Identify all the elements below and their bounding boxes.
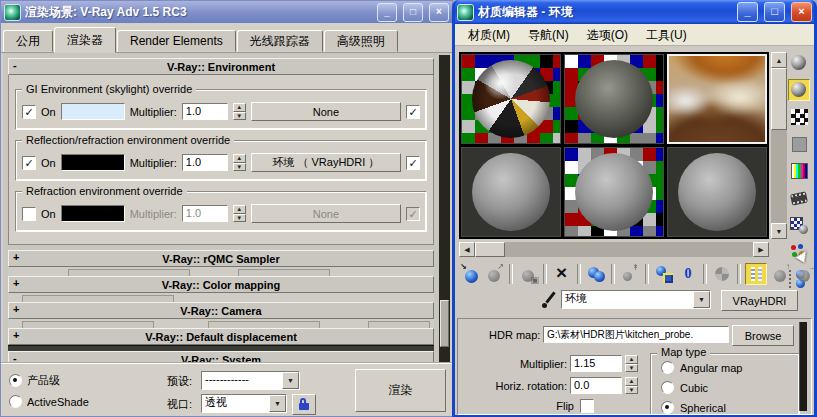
render-button[interactable]: 渲染 (355, 369, 446, 412)
go-forward-to-sibling-button[interactable] (793, 263, 814, 285)
refraction-map-slot-button[interactable]: None (251, 204, 401, 223)
go-forward-to-sibling-icon (795, 265, 813, 283)
horiz-rotation-spinner[interactable]: ▲▼ (625, 377, 638, 394)
slots-horizontal-scrollbar[interactable]: ◀ ▶ (459, 242, 769, 257)
material-type-button[interactable]: VRayHDRI (721, 290, 798, 311)
gi-map-slot-button[interactable]: None (251, 102, 401, 121)
material-id-channel-icon: 0 (679, 265, 697, 283)
menu-navigation[interactable]: 导航(N) (519, 26, 578, 44)
rollout-rqmc-header[interactable]: + V-Ray:: rQMC Sampler (8, 250, 434, 267)
preset-dropdown[interactable]: ------------ ▼ (201, 371, 300, 390)
scrollbar-thumb[interactable] (771, 68, 787, 130)
refraction-multiplier-field[interactable] (182, 205, 228, 222)
sample-slot-5[interactable] (564, 147, 664, 237)
sample-slot-3[interactable] (667, 54, 767, 144)
rollout-displacement-header[interactable]: + V-Ray:: Default displacement (8, 328, 434, 345)
show-end-result-button[interactable] (745, 263, 767, 285)
reflection-color-swatch[interactable] (61, 154, 125, 171)
tab-raytracer[interactable]: 光线跟踪器 (237, 30, 323, 52)
material-id-channel-button[interactable]: 0 (677, 263, 699, 285)
reflection-environment-group: Reflection/refraction environment overri… (15, 140, 427, 181)
go-to-parent-button[interactable] (769, 263, 791, 285)
tab-advanced-lighting[interactable]: 高级照明 (324, 30, 398, 52)
background-button[interactable] (788, 106, 810, 128)
viewport-dropdown[interactable]: 透视 ▼ (201, 394, 287, 413)
put-to-library-button[interactable] (653, 263, 675, 285)
viewport-lock-button[interactable] (292, 394, 316, 415)
put-material-to-scene-button[interactable] (483, 263, 505, 285)
minimize-icon[interactable]: _ (737, 2, 758, 22)
tab-render-elements[interactable]: Render Elements (117, 30, 236, 52)
backlight-button[interactable] (788, 79, 810, 101)
refraction-multiplier-spinner[interactable]: ▲▼ (233, 205, 246, 222)
show-map-in-viewport-button[interactable] (711, 263, 733, 285)
select-by-material-button[interactable] (788, 241, 810, 263)
gi-multiplier-field[interactable] (182, 103, 228, 120)
hdr-map-path-field[interactable] (543, 326, 729, 343)
make-preview-button[interactable] (788, 187, 810, 209)
minimize-icon[interactable]: _ (377, 3, 397, 22)
reflection-map-slot-button[interactable]: 环境 （ VRayHDRI ） (251, 153, 401, 172)
tab-common[interactable]: 公用 (3, 30, 53, 52)
assign-material-to-selection-button[interactable] (517, 263, 539, 285)
activeshade-radio[interactable]: ActiveShade (9, 395, 89, 408)
make-material-copy-button[interactable] (585, 263, 607, 285)
scroll-left-icon[interactable]: ◀ (459, 242, 475, 257)
scroll-up-icon[interactable]: ▲ (771, 52, 787, 68)
pick-material-eyedropper-icon[interactable] (541, 291, 559, 309)
material-editor-options-button[interactable] (788, 214, 810, 236)
video-color-check-button[interactable] (788, 160, 810, 182)
map-type-cubic[interactable]: Cubic (661, 381, 799, 394)
scroll-down-icon[interactable]: ▼ (771, 223, 787, 239)
close-icon[interactable]: × (791, 2, 812, 22)
gi-on-checkbox[interactable] (22, 105, 36, 119)
menu-material[interactable]: 材质(M) (459, 26, 519, 44)
rollout-camera-header[interactable]: + V-Ray:: Camera (8, 302, 434, 319)
reflection-on-checkbox[interactable] (22, 156, 36, 170)
map-type-angular-map[interactable]: Angular map (661, 361, 799, 374)
scrollbar-thumb[interactable] (440, 300, 449, 347)
refraction-color-swatch[interactable] (61, 205, 125, 222)
reset-map-mtl-button[interactable] (551, 263, 573, 285)
refraction-map-enable-checkbox[interactable] (406, 207, 420, 221)
material-name-dropdown[interactable]: 环境 ▼ (561, 290, 711, 309)
rollout-colormapping-header[interactable]: + V-Ray:: Color mapping (8, 276, 434, 293)
horiz-rotation-field[interactable] (570, 377, 622, 394)
sample-slot-2[interactable] (564, 54, 664, 144)
sample-slot-1[interactable] (461, 54, 561, 144)
slots-vertical-scrollbar[interactable]: ▲ ▼ (771, 52, 787, 239)
gi-map-enable-checkbox[interactable] (406, 105, 420, 119)
reflection-map-enable-checkbox[interactable] (406, 156, 420, 170)
map-type-spherical[interactable]: Spherical (661, 401, 799, 414)
multiplier-spinner[interactable]: ▲▼ (625, 355, 638, 372)
scrollbar-thumb[interactable] (475, 242, 505, 257)
tab-renderer[interactable]: 渲染器 (54, 27, 116, 53)
sample-uv-tiling-button[interactable] (788, 133, 810, 155)
render-dialog-titlebar[interactable]: 渲染场景: V-Ray Adv 1.5 RC3 _ □ × (1, 1, 452, 23)
make-unique-button[interactable] (619, 263, 641, 285)
get-material-button[interactable] (459, 263, 481, 285)
reflection-multiplier-field[interactable] (182, 154, 228, 171)
reflection-multiplier-spinner[interactable]: ▲▼ (233, 154, 246, 171)
flip-checkbox[interactable] (580, 399, 594, 413)
refraction-environment-group: Refraction environment override On Multi… (15, 191, 427, 232)
refraction-on-checkbox[interactable] (22, 207, 36, 221)
sample-slot-4[interactable] (461, 147, 561, 237)
browse-button[interactable]: Browse (732, 325, 794, 346)
multiplier-field[interactable] (570, 355, 622, 372)
production-radio[interactable]: 产品级 (9, 373, 60, 388)
scroll-right-icon[interactable]: ▶ (753, 242, 769, 257)
material-editor-titlebar[interactable]: 材质编辑器 - 环境 _ □ × (455, 0, 814, 24)
gi-multiplier-spinner[interactable]: ▲▼ (233, 103, 246, 120)
sample-type-button[interactable] (788, 52, 810, 74)
menu-tools[interactable]: 工具(U) (637, 26, 696, 44)
maximize-icon[interactable]: □ (764, 2, 785, 22)
params-scrollbar[interactable] (799, 322, 807, 411)
gi-color-swatch[interactable] (61, 103, 125, 120)
sample-slot-6[interactable] (667, 147, 767, 237)
maximize-icon[interactable]: □ (403, 3, 423, 22)
rollout-scrollbar[interactable] (439, 55, 450, 362)
menu-options[interactable]: 选项(O) (578, 26, 637, 44)
close-icon[interactable]: × (429, 3, 449, 22)
rollout-environment-header[interactable]: - V-Ray:: Environment (8, 58, 434, 75)
